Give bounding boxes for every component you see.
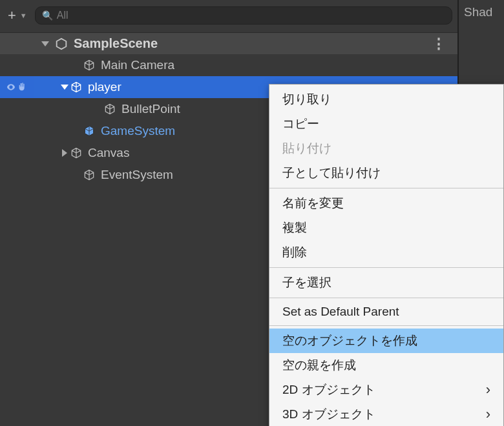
ctx-create-empty-parent[interactable]: 空の親を作成 [269,353,503,378]
tree-item-label: Main Camera [101,58,174,72]
eye-icon[interactable] [6,82,16,92]
tree-item-label: player [88,80,121,94]
plus-icon: + [8,7,16,24]
cube-icon [83,59,96,72]
ctx-separator [269,267,503,268]
ctx-separator [269,325,503,326]
ctx-select-children[interactable]: 子を選択 [269,270,503,295]
tree-item-label: Canvas [88,146,129,160]
ctx-cut[interactable]: 切り取り [269,87,503,112]
context-menu: 切り取り コピー 貼り付け 子として貼り付け 名前を変更 複製 削除 子を選択 … [269,84,504,426]
side-panel-title: Shad [464,5,492,19]
tree-item-label: BulletPoint [121,102,180,116]
ctx-paste-as-child[interactable]: 子として貼り付け [269,161,503,185]
chevron-down-icon: ▼ [20,12,27,19]
cube-icon [70,81,83,94]
chevron-down-icon[interactable] [59,85,70,90]
scene-header[interactable]: SampleScene ⋮ [0,32,457,54]
unity-icon [54,37,68,51]
ctx-separator [269,188,503,188]
cube-icon [103,103,116,116]
hand-icon[interactable] [17,82,28,92]
search-placeholder: All [57,10,68,21]
ctx-duplicate[interactable]: 複製 [269,216,503,240]
prefab-cube-icon [83,125,96,137]
create-button[interactable]: + ▼ [5,7,30,24]
search-input[interactable]: 🔍 All [35,6,452,25]
ctx-separator [269,298,503,298]
ctx-rename[interactable]: 名前を変更 [269,191,503,216]
ctx-3d-object[interactable]: 3D オブジェクト [269,402,503,426]
ctx-copy[interactable]: コピー [269,112,503,136]
tree-item-label: GameSystem [101,124,175,138]
visibility-gutter [0,76,34,98]
hierarchy-toolbar: + ▼ 🔍 All [0,0,457,32]
ctx-paste: 貼り付け [269,136,503,161]
chevron-right-icon[interactable] [59,149,70,157]
search-icon: 🔍 [42,10,53,21]
chevron-down-icon[interactable] [41,41,49,46]
ctx-2d-object[interactable]: 2D オブジェクト [269,378,503,402]
scene-name: SampleScene [74,36,158,51]
ctx-create-empty[interactable]: 空のオブジェクトを作成 [269,329,503,353]
ctx-delete[interactable]: 削除 [269,240,503,265]
tree-item-label: EventSystem [101,168,173,182]
ctx-set-default-parent[interactable]: Set as Default Parent [269,301,503,323]
kebab-icon[interactable]: ⋮ [432,36,447,52]
cube-icon [70,147,83,159]
tree-item-main-camera[interactable]: Main Camera [0,54,457,76]
cube-icon [83,168,96,181]
